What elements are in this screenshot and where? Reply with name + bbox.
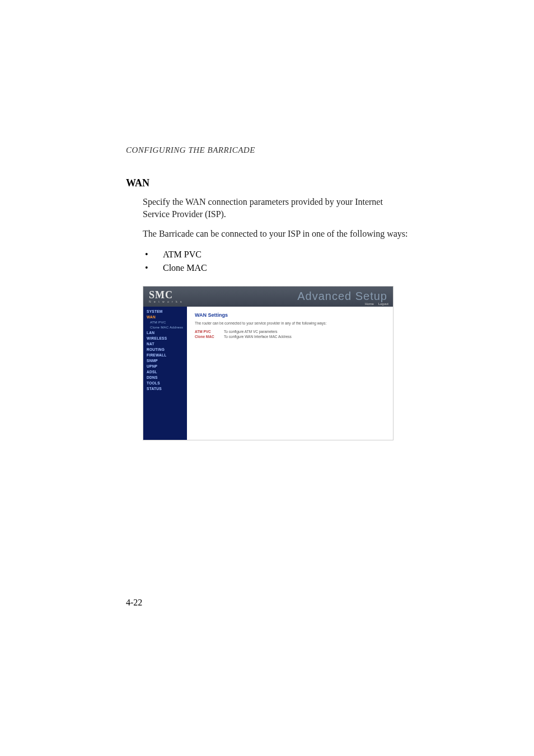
section-title: WAN [126, 177, 408, 189]
content-title: WAN Settings [195, 312, 385, 318]
embedded-screenshot: SMC N e t w o r k s Advanced Setup Home … [143, 286, 394, 440]
content-panel: WAN Settings The router can be connected… [187, 307, 393, 440]
paragraph-2: The Barricade can be connected to your I… [143, 228, 408, 240]
bullet-item: Clone MAC [143, 261, 408, 275]
paragraph-1: Specify the WAN connection parameters pr… [143, 196, 408, 220]
nav-adsl[interactable]: ADSL [143, 369, 187, 375]
content-row: Clone MAC To configure WAN Interface MAC… [195, 335, 385, 339]
advanced-setup-label: Advanced Setup [297, 290, 387, 303]
row-desc-clone: To configure WAN Interface MAC Address [224, 335, 292, 339]
screenshot-body: SYSTEM WAN ATM PVC Clone MAC Address LAN… [143, 307, 393, 440]
nav-tools[interactable]: TOOLS [143, 381, 187, 386]
nav-status[interactable]: STATUS [143, 386, 187, 392]
page-number: 4-22 [126, 598, 142, 608]
logout-link[interactable]: Logout [378, 302, 388, 306]
home-link[interactable]: Home [365, 302, 374, 306]
row-label-atm[interactable]: ATM PVC [195, 330, 224, 334]
nav-upnp[interactable]: UPnP [143, 364, 187, 369]
row-desc-atm: To configure ATM VC parameters [224, 330, 278, 334]
screenshot-header: SMC N e t w o r k s Advanced Setup Home … [143, 287, 393, 307]
smc-logo-subtitle: N e t w o r k s [149, 300, 183, 303]
nav-atm-pvc[interactable]: ATM PVC [143, 320, 187, 325]
nav-wan[interactable]: WAN [143, 314, 187, 320]
nav-firewall[interactable]: FIREWALL [143, 353, 187, 358]
smc-logo: SMC [149, 289, 173, 300]
running-header-text: CONFIGURING THE BARRICADE [126, 145, 255, 154]
bullet-item: ATM PVC [143, 248, 408, 261]
nav-ddns[interactable]: DDNS [143, 375, 187, 381]
section-title-text: WAN [126, 177, 149, 189]
nav-routing[interactable]: ROUTING [143, 347, 187, 353]
nav-system[interactable]: SYSTEM [143, 309, 187, 314]
nav-snmp[interactable]: SNMP [143, 358, 187, 364]
nav-clone-mac[interactable]: Clone MAC Address [143, 325, 187, 330]
nav-wireless[interactable]: WIRELESS [143, 336, 187, 341]
row-label-clone[interactable]: Clone MAC [195, 335, 224, 339]
bullet-list: ATM PVC Clone MAC [143, 248, 408, 275]
sidebar-nav: SYSTEM WAN ATM PVC Clone MAC Address LAN… [143, 307, 187, 440]
running-header: CONFIGURING THE BARRICADE [126, 145, 408, 155]
logo-block: SMC N e t w o r k s [149, 289, 183, 303]
nav-lan[interactable]: LAN [143, 330, 187, 336]
top-links: Home Logout [362, 302, 388, 306]
content-intro: The router can be connected to your serv… [195, 321, 385, 325]
nav-nat[interactable]: NAT [143, 341, 187, 347]
content-row: ATM PVC To configure ATM VC parameters [195, 330, 385, 334]
